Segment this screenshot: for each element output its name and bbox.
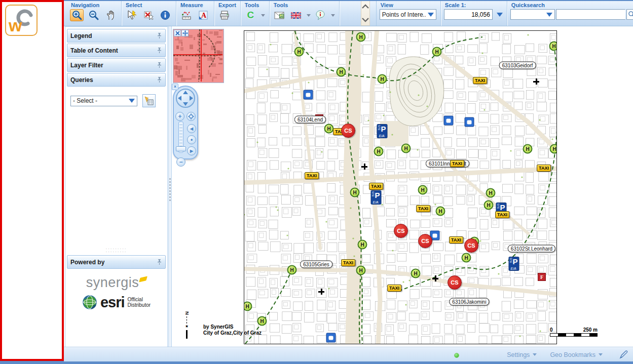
bus-stop-marker[interactable]: H (358, 240, 367, 250)
pin-icon[interactable] (157, 259, 162, 265)
scale-input[interactable] (444, 9, 493, 20)
taxi-marker[interactable]: TAXI (537, 165, 551, 172)
pin-icon[interactable] (157, 76, 162, 83)
fire-station-marker[interactable]: F (538, 273, 546, 281)
quicksearch-input[interactable] (556, 9, 625, 20)
view-select[interactable]: Points of Intere... (380, 9, 436, 20)
quicksearch-go-button[interactable] (626, 9, 633, 20)
clear-selection-button[interactable] (141, 9, 155, 21)
zoom-out-nav-button[interactable]: − (176, 157, 185, 167)
feedback-button[interactable] (314, 9, 327, 21)
taxi-marker[interactable]: TAXI (341, 259, 355, 266)
panel-header-table-of-content[interactable]: Table of Content (67, 44, 166, 57)
zoom-in-nav-button[interactable]: + (175, 112, 184, 121)
pin-icon[interactable] (157, 62, 162, 68)
taxi-marker[interactable]: TAXI (369, 183, 383, 190)
compass-pad[interactable] (176, 89, 195, 108)
custom-tool-c-button[interactable]: C (244, 9, 257, 21)
annotate-text-button[interactable]: A (196, 9, 210, 21)
bus-stop-marker[interactable]: H (294, 47, 304, 57)
bus-stop-marker[interactable]: H (432, 47, 442, 57)
photo-poi-marker[interactable] (444, 116, 454, 126)
bus-stop-marker[interactable]: H (549, 42, 557, 51)
pan-button[interactable] (103, 9, 117, 21)
pharmacy-cross-marker[interactable] (533, 78, 539, 85)
next-extent-button[interactable]: ▸ (187, 146, 196, 155)
overview-move-button[interactable] (181, 30, 189, 36)
taxi-marker[interactable]: TAXI (473, 77, 487, 84)
query-table-button[interactable] (142, 94, 156, 107)
photo-poi-marker[interactable] (304, 90, 313, 100)
taxi-marker[interactable]: TAXI (416, 205, 430, 212)
previous-extent-button[interactable]: ◂ (187, 124, 196, 133)
identify-button[interactable] (158, 9, 172, 21)
map-canvas[interactable]: BUSPE/ABUSPE/ABUSPE/ABUSPE/AFF63103Geido… (244, 30, 557, 344)
bus-stop-marker[interactable]: H (356, 32, 366, 42)
bus-stop-marker[interactable]: H (436, 207, 445, 216)
carsharing-marker[interactable]: CS (464, 238, 478, 253)
redlining-button[interactable] (619, 350, 629, 360)
pan-north-icon[interactable] (183, 91, 188, 94)
feedback-dropdown-caret[interactable] (331, 14, 335, 17)
panel-header-powered-by[interactable]: Powered by (67, 255, 166, 269)
measure-button[interactable] (179, 9, 193, 21)
bus-stop-marker[interactable]: H (378, 74, 387, 84)
pharmacy-cross-marker[interactable] (361, 164, 367, 170)
navigation-close-button[interactable]: x (172, 84, 178, 90)
bus-stop-marker[interactable]: H (462, 253, 471, 263)
panel-header-legend[interactable]: Legend (67, 29, 166, 43)
bus-stop-marker[interactable]: H (418, 185, 428, 195)
pan-west-icon[interactable] (178, 96, 181, 101)
weboffice-logo[interactable]: w (5, 5, 38, 36)
parking-marker[interactable]: BUSPE/A (509, 257, 519, 271)
carsharing-marker[interactable]: CS (394, 224, 408, 238)
panel-header-layer-filter[interactable]: Layer Filter (67, 58, 166, 72)
bus-stop-marker[interactable]: H (356, 266, 366, 275)
pan-south-icon[interactable] (183, 102, 188, 106)
taxi-marker[interactable]: TAXI (305, 172, 319, 179)
query-select[interactable]: - Select - (70, 96, 137, 106)
zoom-in-button[interactable] (70, 9, 84, 21)
print-button[interactable] (217, 9, 231, 21)
overview-map[interactable] (173, 29, 224, 83)
taxi-marker[interactable]: TAXI (449, 236, 463, 244)
current-extent-button[interactable]: • (187, 135, 196, 144)
geo-bookmarks-menu[interactable]: Geo Bookmarks (550, 351, 603, 358)
bus-stop-marker[interactable]: H (486, 188, 496, 198)
zoom-out-button[interactable] (87, 9, 100, 21)
settings-menu[interactable]: Settings (507, 351, 537, 358)
carsharing-marker[interactable]: CS (448, 275, 462, 290)
taxi-marker[interactable]: TAXI (495, 211, 509, 218)
bus-stop-marker[interactable]: H (550, 144, 557, 154)
taxi-marker[interactable]: TAXI (450, 160, 464, 167)
bus-stop-marker[interactable]: H (337, 67, 346, 77)
bus-stop-marker[interactable]: H (244, 302, 252, 311)
scale-dropdown-arrow-icon[interactable] (497, 13, 503, 17)
panel-resize-grip[interactable]: ·················· (66, 248, 166, 254)
parking-marker[interactable]: BUSPE/A (377, 124, 388, 138)
taxi-marker[interactable]: TAXI (387, 285, 401, 292)
carsharing-marker[interactable]: CS (418, 234, 432, 248)
carsharing-marker[interactable]: CS (341, 124, 355, 138)
toolbar-collapse-control[interactable] (361, 1, 370, 26)
bus-stop-marker[interactable]: H (287, 265, 297, 275)
quicksearch-type-select[interactable] (510, 9, 555, 20)
language-button[interactable] (289, 9, 303, 21)
send-map-button[interactable] (273, 9, 286, 21)
bus-stop-marker[interactable]: H (411, 269, 421, 278)
zoom-slider-handle[interactable] (176, 146, 186, 151)
sidebar-splitter[interactable] (168, 26, 172, 347)
bus-stop-marker[interactable]: H (484, 200, 494, 210)
bus-stop-marker[interactable]: H (401, 144, 411, 153)
photo-poi-marker[interactable] (326, 333, 336, 343)
panel-header-queries[interactable]: Queries (67, 73, 166, 87)
select-features-button[interactable] (125, 9, 138, 21)
full-extent-button[interactable] (187, 112, 196, 121)
bus-stop-marker[interactable]: H (350, 188, 360, 197)
pan-east-icon[interactable] (190, 96, 193, 101)
bus-stop-marker[interactable]: H (523, 144, 533, 154)
pharmacy-cross-marker[interactable] (318, 289, 324, 295)
photo-poi-marker[interactable] (465, 117, 474, 127)
bus-stop-marker[interactable]: H (324, 124, 334, 134)
pin-icon[interactable] (157, 47, 162, 54)
